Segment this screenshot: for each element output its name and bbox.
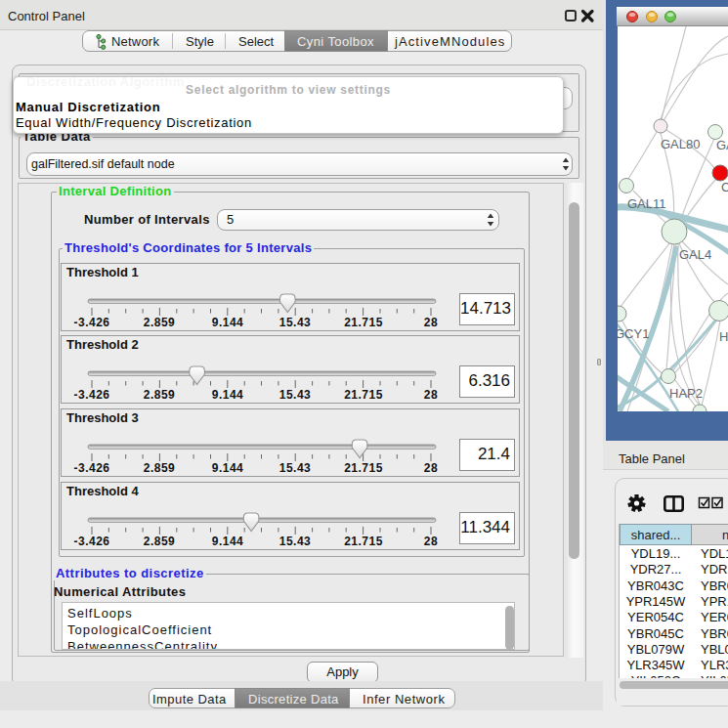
svg-text:GAL11: GAL11 (627, 196, 666, 211)
svg-text:GAL4: GAL4 (679, 247, 711, 262)
svg-text:H: H (719, 329, 728, 344)
svg-text:GCY1: GCY1 (618, 326, 649, 341)
svg-text:HAP2: HAP2 (669, 386, 703, 401)
svg-text:GAL80: GAL80 (661, 137, 700, 151)
svg-text:GAL8: GAL8 (716, 138, 728, 152)
svg-text:C: C (721, 180, 728, 194)
